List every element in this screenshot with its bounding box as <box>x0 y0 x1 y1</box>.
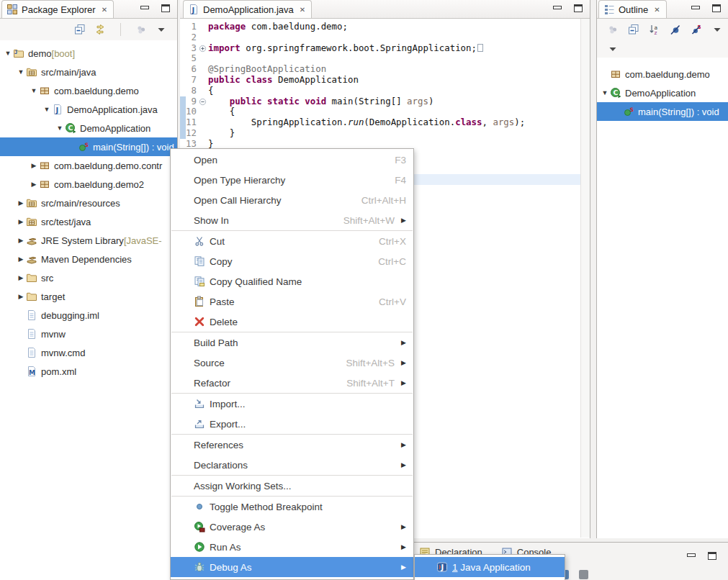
menu-item-debug-as[interactable]: Debug As▶ <box>171 557 413 577</box>
pkg-item-mvnw[interactable]: mvnw <box>0 325 177 343</box>
menu-item-declarations[interactable]: Declarations▶ <box>171 455 413 475</box>
menu-item-refactor[interactable]: RefactorShift+Alt+T▶ <box>171 373 413 393</box>
menu-item-build-path[interactable]: Build Path▶ <box>171 332 413 353</box>
menu-item-assign-working-sets[interactable]: Assign Working Sets... <box>171 476 413 496</box>
pkg-item-src-test-java[interactable]: ▶src/test/java <box>0 212 177 231</box>
link-with-editor-icon[interactable] <box>94 24 106 35</box>
menu-item-export[interactable]: Export... <box>171 414 413 434</box>
pkg-item-demoapplication[interactable]: ▼CDemoApplication <box>0 119 177 137</box>
line-number: 5 <box>180 53 199 64</box>
menu-item-copy[interactable]: CopyCtrl+C <box>171 251 413 271</box>
maximize-icon[interactable] <box>574 4 583 12</box>
open-console-icon[interactable] <box>579 570 588 579</box>
fold-expand-icon[interactable] <box>199 43 208 54</box>
menu-item-open-call-hierarchy[interactable]: Open Call HierarchyCtrl+Alt+H <box>171 190 413 210</box>
tree-expander-icon[interactable]: ▶ <box>16 274 26 281</box>
editor-scrollbar[interactable] <box>580 19 590 538</box>
tree-expander-icon[interactable]: ▶ <box>16 293 26 300</box>
pkg-item-mvnw-cmd[interactable]: mvnw.cmd <box>0 343 177 362</box>
outline-item-com-baeldung-demo[interactable]: com.baeldung.demo <box>597 65 728 83</box>
submenu-arrow-icon: ▶ <box>395 461 406 468</box>
line-number: 10 <box>180 107 199 117</box>
tree-expander-icon[interactable]: ▼ <box>42 106 52 113</box>
tab-demoapplication-java[interactable]: J DemoApplication.java ✕ <box>183 0 312 18</box>
tab-package-explorer[interactable]: Package Explorer ✕ <box>1 0 114 18</box>
maximize-icon[interactable] <box>708 552 716 560</box>
outline-item-main-string-void[interactable]: Smain(String[]) : void <box>597 102 728 121</box>
view-menu-icon[interactable] <box>711 24 723 35</box>
view-menu-icon[interactable] <box>156 24 167 35</box>
minimize-icon[interactable] <box>691 4 699 12</box>
menu-item-show-in[interactable]: Show InShift+Alt+W▶ <box>171 210 413 230</box>
pkg-item-jre-system-library[interactable]: ▶JRE System Library [JavaSE- <box>0 231 177 250</box>
pkg-item-demo[interactable]: ▼Jdemo [boot] <box>0 44 177 63</box>
sort-az-icon[interactable]: az <box>649 24 660 35</box>
maximize-icon[interactable] <box>161 4 170 12</box>
pkg-item-target[interactable]: ▶target <box>0 287 177 306</box>
menu-item-source[interactable]: SourceShift+Alt+S▶ <box>171 353 413 373</box>
tree-expander-icon[interactable]: ▶ <box>16 218 26 225</box>
menu-item-delete[interactable]: Delete <box>171 312 413 332</box>
fold-collapse-icon[interactable] <box>199 96 208 107</box>
outline-tree[interactable]: com.baeldung.demo▼CDemoApplicationSmain(… <box>597 58 728 121</box>
menu-item-run-as[interactable]: Run As▶ <box>171 537 413 557</box>
pkg-item-maven-dependencies[interactable]: ▶Maven Dependencies <box>0 250 177 268</box>
tree-expander-icon[interactable]: ▶ <box>16 237 26 244</box>
pkg-item-pom-xml[interactable]: Mpom.xml <box>0 362 177 381</box>
menu-item-toggle-method-breakpoint[interactable]: Toggle Method Breakpoint <box>171 497 413 517</box>
view-menu-disabled-icon[interactable] <box>607 24 619 35</box>
submenu-arrow-icon: ▶ <box>395 441 406 448</box>
collapse-all-icon[interactable] <box>628 24 639 35</box>
menu-item-references[interactable]: References▶ <box>171 435 413 455</box>
hide-fields-icon[interactable] <box>670 24 681 35</box>
package-explorer-tree[interactable]: ▼Jdemo [boot]▼src/main/java▼com.baeldung… <box>0 40 177 381</box>
pkg-item-src[interactable]: ▶src <box>0 268 177 287</box>
tree-expander-icon[interactable]: ▶ <box>29 181 39 188</box>
tree-expander-icon[interactable]: ▼ <box>29 87 39 94</box>
hide-static-icon[interactable]: S <box>691 24 702 35</box>
minimize-icon[interactable] <box>552 4 561 12</box>
menu-item-coverage-as[interactable]: Coverage As▶ <box>171 517 413 537</box>
project-icon: J <box>13 47 24 59</box>
close-icon[interactable]: ✕ <box>300 6 305 14</box>
tree-expander-icon[interactable]: ▶ <box>16 199 26 207</box>
tree-expander-icon[interactable]: ▶ <box>16 255 26 263</box>
outline-view-icon <box>603 4 615 15</box>
outline-item-demoapplication[interactable]: ▼CDemoApplication <box>597 83 728 102</box>
minimize-icon[interactable] <box>140 4 148 12</box>
tree-expander-icon[interactable]: ▼ <box>3 50 13 57</box>
collapse-all-icon[interactable] <box>74 24 86 35</box>
menu-item-open[interactable]: OpenF3 <box>171 150 413 170</box>
menu-item-cut[interactable]: CutCtrl+X <box>171 231 413 251</box>
pkg-item-com-baeldung-demo[interactable]: ▼com.baeldung.demo <box>0 81 177 100</box>
tree-expander-icon[interactable]: ▼ <box>16 68 26 76</box>
tab-outline[interactable]: Outline ✕ <box>598 0 667 18</box>
jfile-icon: J <box>52 104 63 115</box>
menu-item-open-type-hierarchy[interactable]: Open Type HierarchyF4 <box>171 170 413 190</box>
view-menu-disabled-icon[interactable] <box>135 24 147 35</box>
pkg-item-demoapplication-java[interactable]: ▼JDemoApplication.java <box>0 100 177 119</box>
pkg-item-src-main-resources[interactable]: ▶src/main/resources <box>0 194 177 212</box>
folded-region-icon[interactable] <box>477 44 483 52</box>
pkg-item-main-string-void[interactable]: Smain(String[]) : void <box>0 137 177 156</box>
close-icon[interactable]: ✕ <box>102 6 107 14</box>
pkg-item-com-baeldung-demo-contr[interactable]: ▶com.baeldung.demo.contr <box>0 156 177 175</box>
menu-item-paste[interactable]: PasteCtrl+V <box>171 291 413 312</box>
pkg-item-com-baeldung-demo2[interactable]: ▶com.baeldung.demo2 <box>0 175 177 194</box>
submenu-item-java-application[interactable]: J1 Java Application <box>415 557 565 577</box>
pkg-item-debugging-iml[interactable]: debugging.iml <box>0 306 177 325</box>
line-number: 9 <box>180 96 199 107</box>
pkg-item-src-main-java[interactable]: ▼src/main/java <box>0 63 177 81</box>
menu-item-shortcut: Shift+Alt+W <box>323 215 395 226</box>
tree-expander-icon[interactable]: ▼ <box>55 124 65 132</box>
close-icon[interactable]: ✕ <box>654 6 660 14</box>
menu-item-copy-qualified-name[interactable]: Copy Qualified Name <box>171 271 413 291</box>
maximize-icon[interactable] <box>712 4 721 12</box>
code-line-9: 9 public static void main(String[] args) <box>180 96 590 107</box>
tree-expander-icon[interactable]: ▶ <box>29 162 39 169</box>
overflow-chevron-icon[interactable] <box>607 43 619 55</box>
menu-item-import[interactable]: Import... <box>171 394 413 414</box>
tree-expander-icon[interactable]: ▼ <box>600 89 610 96</box>
minimize-icon[interactable] <box>686 552 695 559</box>
code-text: SpringApplication.run(DemoApplication.cl… <box>208 117 525 128</box>
